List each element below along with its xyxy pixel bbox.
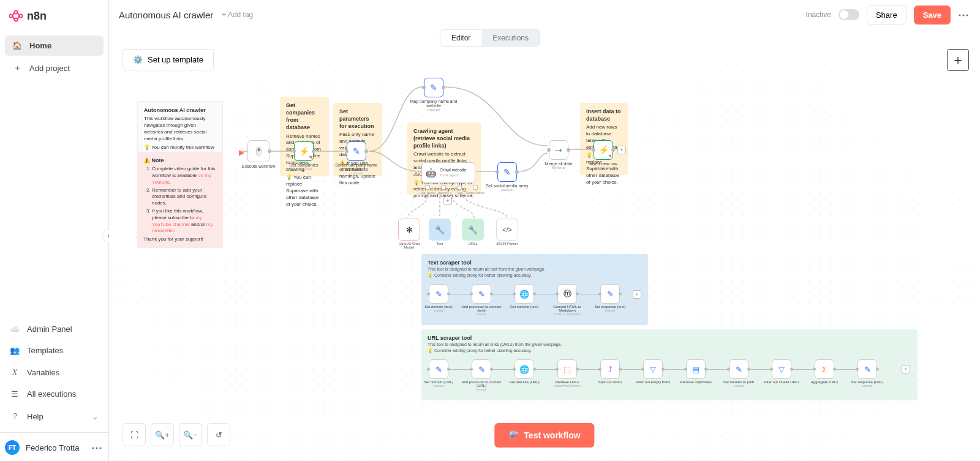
help-icon: ？ [10,411,20,422]
node-merge[interactable]: ⇢ [549,140,568,160]
nav-templates[interactable]: 👥Templates [2,340,106,361]
url-node-8[interactable]: ▽ [772,359,791,379]
undo-icon: ↺ [216,430,222,440]
url-node-5[interactable]: ▽ [643,359,663,379]
more-menu-icon[interactable]: ⋯ [958,8,970,21]
user-menu[interactable]: FT Federico Trotta ⋯ [0,434,108,461]
node-crawl-website[interactable]: 🤖 Crawl websiteTools agent [421,162,475,183]
tool-urls[interactable]: 🔧 [462,219,484,241]
undo-button[interactable]: ↺ [207,423,230,446]
url-node-9[interactable]: Σ [815,359,834,379]
pencil-icon: ✎ [353,146,360,156]
nav-help[interactable]: ？Help⌄ [2,405,106,427]
sticky-note[interactable]: Note Complete video guide for this workf… [137,152,223,248]
node-add-after-insert[interactable]: + [617,146,626,154]
list-icon: ☰ [10,389,20,399]
zoom-in-button[interactable]: 🔍+ [151,423,174,446]
url-node-6[interactable]: ▤ [686,359,706,379]
wrench-icon: 🔧 [435,225,445,234]
active-toggle[interactable] [839,9,859,20]
svg-point-0 [10,15,13,18]
brand-text: n8n [27,10,47,23]
tool-openai-chat-model[interactable]: ✻ [398,219,420,241]
logo-icon [9,9,23,23]
node-get-companies[interactable]: ⚡ [294,141,314,161]
text-node-3[interactable]: ⓜ [557,284,577,304]
bolt-icon: ⚡ [299,146,309,156]
text-row-add[interactable]: + [633,290,641,299]
tab-executions[interactable]: Executions [481,30,540,46]
people-icon: 👥 [10,346,20,355]
zoom-out-button[interactable]: 🔍− [179,423,202,446]
tab-editor[interactable]: Editor [440,30,481,46]
wrench-icon: 🔧 [468,225,478,234]
top-bar: Autonomous AI crawler + Add tag Inactive… [109,0,980,29]
merge-icon: ⇢ [555,145,562,155]
url-node-3[interactable]: ⬚ [557,359,577,379]
variable-icon: 𝛸 [10,367,20,377]
test-workflow-button[interactable]: ⚗️Test workflow [494,423,594,448]
code-icon: </> [502,226,512,233]
agent-port-tool[interactable] [457,185,462,190]
agent-port-memory[interactable] [441,185,446,190]
url-node-4[interactable]: ⤴ [600,359,620,379]
zoom-out-icon: 🔍− [183,430,198,440]
text-node-4[interactable]: ✎ [600,284,620,304]
url-node-10[interactable]: ✎ [858,359,877,379]
tool-json-parser[interactable]: </> [496,219,518,241]
sidebar: n8n 🏠Home ＋Add project ☁️Admin Panel 👥Te… [0,0,109,461]
svg-point-3 [20,15,23,18]
nav-add-project[interactable]: ＋Add project [5,57,104,79]
node-insert-row[interactable]: ⚡ [594,140,613,160]
openai-icon: ✻ [406,225,413,234]
nav-admin-panel[interactable]: ☁️Admin Panel [2,319,106,339]
url-node-7[interactable]: ✎ [729,359,748,379]
svg-point-2 [15,18,18,21]
url-node-2[interactable]: 🌐 [514,359,534,379]
text-node-0[interactable]: ✎ [429,284,448,304]
flask-icon: ⚗️ [508,430,519,440]
sticky-agent[interactable]: Crawling agent (retrieve social media pr… [407,122,481,195]
text-node-2[interactable]: 🌐 [514,284,534,304]
url-row-add[interactable]: + [902,365,910,373]
tool-text[interactable]: 🔧 [429,219,451,241]
share-button[interactable]: Share [867,6,907,24]
chevron-down-icon: ⌄ [92,412,99,421]
node-execute-workflow[interactable]: 🖱️ [247,140,270,162]
nav-variables[interactable]: 𝛸Variables [2,362,106,383]
url-node-0[interactable]: ✎ [429,359,448,379]
workflow-name[interactable]: Autonomous AI crawler [119,10,213,20]
node-map-name-website[interactable]: ✎ [424,78,443,97]
pencil-icon: ✎ [503,167,511,177]
text-node-1[interactable]: ✎ [472,284,491,304]
save-button[interactable]: Save [914,6,951,24]
cursor-icon: 🖱️ [254,146,264,156]
add-tag-button[interactable]: + Add tag [222,10,253,19]
svg-point-1 [15,11,18,14]
kebab-icon[interactable]: ⋯ [91,441,104,454]
view-tabs: Editor Executions [440,29,540,47]
nav-home[interactable]: 🏠Home [5,36,104,56]
bolt-icon: ⚡ [598,145,609,155]
user-name: Federico Trotta [26,443,79,452]
avatar: FT [5,440,20,455]
status-label: Inactive [806,10,831,19]
node-select-name-website[interactable]: ✎ [347,141,366,161]
canvas-tools: ⛶ 🔍+ 🔍− ↺ [123,423,230,446]
pencil-icon: ✎ [430,83,437,92]
canvas[interactable]: ⚙️Set up template ＋ Autonomous AI crawle… [109,0,980,461]
start-trigger-icon[interactable]: ▶ [239,148,244,157]
agent-port-chat-model[interactable] [425,185,430,190]
agent-add-port[interactable]: + [443,197,452,205]
url-node-1[interactable]: ✎ [472,359,491,379]
nav-all-executions[interactable]: ☰All executions [2,384,106,404]
home-icon: 🏠 [12,41,22,50]
logo: n8n [0,0,108,32]
agent-port-output-parser[interactable] [473,185,478,190]
cloud-icon: ☁️ [10,324,20,334]
fit-view-button[interactable]: ⛶ [123,423,146,446]
fullscreen-icon: ⛶ [130,430,138,440]
node-set-social-array[interactable]: ✎ [497,162,517,182]
zoom-in-icon: 🔍+ [155,430,170,440]
robot-icon: 🤖 [426,168,436,178]
